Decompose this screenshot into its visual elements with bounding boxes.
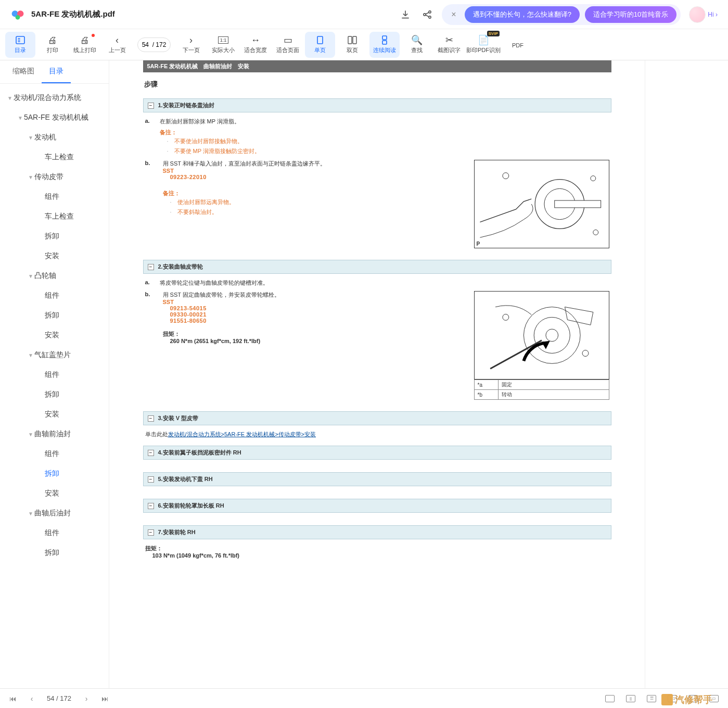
- document-viewport[interactable]: 5AR-FE 发动机机械 曲轴前油封 安装 步骤 − 1.安装正时链条盖油封 a…: [109, 60, 645, 688]
- toc-item[interactable]: ▼车上检查: [0, 207, 109, 226]
- chevron-down-icon[interactable]: ▼: [17, 115, 24, 121]
- collapse-icon[interactable]: −: [148, 503, 154, 509]
- single-label: 单页: [314, 46, 326, 54]
- step-6-header[interactable]: − 6.安装前轮轮罩加长板 RH: [143, 499, 611, 513]
- search-button[interactable]: 🔍 查找: [402, 32, 432, 58]
- toc-item[interactable]: ▼组件: [0, 286, 109, 306]
- double-page-icon: [347, 35, 357, 45]
- first-page-icon[interactable]: ⏮: [9, 694, 17, 703]
- double-page-button[interactable]: 双页: [337, 32, 367, 58]
- collapse-icon[interactable]: −: [148, 103, 154, 109]
- toc-item[interactable]: ▼安装: [0, 484, 109, 503]
- toc-item[interactable]: ▼拆卸: [0, 226, 109, 246]
- step-4-header[interactable]: − 4.安装前翼子板挡泥板密封件 RH: [143, 446, 611, 460]
- chevron-down-icon[interactable]: ▼: [6, 95, 14, 101]
- view-mode-1-icon[interactable]: [605, 695, 615, 702]
- toc-item[interactable]: ▼气缸盖垫片: [0, 345, 109, 365]
- toc-item-label: 发动机: [34, 133, 56, 142]
- toc-item[interactable]: ▼传动皮带: [0, 167, 109, 187]
- continuous-button[interactable]: 连续阅读: [369, 32, 400, 58]
- collapse-icon[interactable]: −: [148, 450, 154, 456]
- actual-size-button[interactable]: 1:1 实际大小: [208, 32, 238, 58]
- toc-item-label: 组件: [45, 528, 59, 538]
- tab-thumbnails[interactable]: 缩略图: [5, 60, 42, 83]
- svg-rect-11: [382, 41, 387, 44]
- toc-item-label: 发动机/混合动力系统: [14, 93, 81, 103]
- toc-item[interactable]: ▼组件: [0, 444, 109, 464]
- promo-chip-2[interactable]: 适合学习听的10首纯音乐: [585, 6, 676, 23]
- bottom-bar: ⏮ ‹ 54 / 172 › ⏭ || ☰ 1:1 ↔ ▭ 汽修帮手: [0, 688, 728, 708]
- step-1a: a. 在新油封唇部涂抹 MP 润滑脂。 备注： 不要使油封唇部接触异物。 不要使…: [145, 118, 609, 156]
- chevron-down-icon[interactable]: ▼: [27, 174, 34, 180]
- tab-toc[interactable]: 目录: [42, 60, 71, 83]
- chevron-down-icon[interactable]: ▼: [27, 432, 34, 437]
- toc-item[interactable]: ▼拆卸: [0, 543, 109, 563]
- next-page-icon[interactable]: ›: [83, 694, 90, 703]
- single-page-button[interactable]: 单页: [305, 32, 335, 58]
- collapse-icon[interactable]: −: [148, 529, 154, 536]
- toc-item[interactable]: ▼凸轮轴: [0, 266, 109, 286]
- toc-item[interactable]: ▼组件: [0, 187, 109, 207]
- step-7-header[interactable]: − 7.安装前轮 RH: [143, 525, 611, 539]
- toc-tree[interactable]: ▼发动机/混合动力系统▼5AR-FE 发动机机械▼发动机▼车上检查▼传动皮带▼组…: [0, 84, 109, 688]
- scan-pdf-button[interactable]: SVIP 📄 影印PDF识别: [466, 32, 501, 58]
- chevron-down-icon[interactable]: ▼: [27, 352, 34, 358]
- toc-item[interactable]: ▼安装: [0, 246, 109, 266]
- torque-label: 扭矩：: [145, 545, 609, 552]
- step-2-header[interactable]: − 2.安装曲轴皮带轮: [143, 260, 611, 274]
- page-number-input[interactable]: [137, 37, 171, 52]
- cont-label: 连续阅读: [373, 46, 396, 54]
- step-3-header[interactable]: − 3.安装 V 型皮带: [143, 411, 611, 425]
- view-mode-3-icon[interactable]: ☰: [647, 695, 656, 702]
- print-button[interactable]: 🖨 打印: [37, 32, 68, 58]
- toc-item[interactable]: ▼拆卸: [0, 306, 109, 325]
- toc-item[interactable]: ▼5AR-FE 发动机机械: [0, 108, 109, 128]
- fit-width-button[interactable]: ↔ 适合宽度: [240, 32, 271, 58]
- chevron-down-icon[interactable]: ▼: [27, 273, 34, 279]
- collapse-icon[interactable]: −: [148, 264, 154, 270]
- scan-label: 影印PDF识别: [466, 46, 501, 54]
- collapse-icon[interactable]: −: [148, 476, 154, 483]
- toc-item[interactable]: ▼组件: [0, 365, 109, 385]
- download-icon[interactable]: [400, 9, 411, 20]
- collapse-icon[interactable]: −: [148, 415, 154, 422]
- cross-ref-link[interactable]: 发动机/混合动力系统>5AR-FE 发动机机械>传动皮带>安装: [168, 431, 316, 437]
- toc-item[interactable]: ▼组件: [0, 523, 109, 543]
- toc-item[interactable]: ▼曲轴前油封: [0, 424, 109, 444]
- toc-item[interactable]: ▼安装: [0, 404, 109, 424]
- pdf-more-button[interactable]: PDF: [503, 32, 533, 58]
- chevron-down-icon[interactable]: ▼: [27, 511, 34, 516]
- next-page-button[interactable]: › 下一页: [176, 32, 206, 58]
- toc-item[interactable]: ▼车上检查: [0, 147, 109, 167]
- toc-item[interactable]: ▼曲轴后油封: [0, 503, 109, 523]
- fit-p-label: 适合页面: [276, 46, 299, 54]
- step-5-header[interactable]: − 5.安装发动机下盖 RH: [143, 472, 611, 486]
- promo-close-icon[interactable]: ×: [448, 10, 459, 19]
- sst-label: SST: [163, 299, 465, 305]
- svg-rect-9: [353, 36, 356, 44]
- toc-item[interactable]: ▼拆卸: [0, 385, 109, 404]
- print-icon: 🖨: [47, 35, 58, 45]
- last-page-icon[interactable]: ⏭: [101, 694, 109, 703]
- torque-label: 扭矩：: [163, 330, 465, 338]
- step-1-header[interactable]: − 1.安装正时链条盖油封: [143, 98, 611, 112]
- promo-chip-1[interactable]: 遇到不懂的长句，怎么快速翻译?: [465, 6, 580, 23]
- step-1a-text: 在新油封唇部涂抹 MP 润滑脂。: [160, 118, 609, 125]
- toc-item-label: 安装: [45, 251, 59, 261]
- share-icon[interactable]: [422, 9, 432, 20]
- toc-item[interactable]: ▼拆卸: [0, 464, 109, 484]
- prev-page-icon[interactable]: ‹: [28, 694, 35, 703]
- toc-item[interactable]: ▼发动机: [0, 128, 109, 147]
- toc-button[interactable]: 目录: [5, 32, 35, 58]
- toc-item[interactable]: ▼安装: [0, 325, 109, 345]
- chevron-down-icon[interactable]: ▼: [27, 135, 34, 141]
- step-7-title: 7.安装前轮 RH: [158, 528, 196, 536]
- online-print-button[interactable]: 🖨 线上打印: [70, 32, 100, 58]
- fit-page-button[interactable]: ▭ 适合页面: [273, 32, 303, 58]
- prev-page-button[interactable]: ‹ 上一页: [102, 32, 132, 58]
- toc-item-label: 安装: [45, 331, 59, 340]
- toc-item[interactable]: ▼发动机/混合动力系统: [0, 88, 109, 108]
- view-mode-2-icon[interactable]: ||: [626, 695, 635, 702]
- avatar[interactable]: Hi ›: [689, 6, 718, 23]
- screenshot-ocr-button[interactable]: ✂ 截图识字: [434, 32, 464, 58]
